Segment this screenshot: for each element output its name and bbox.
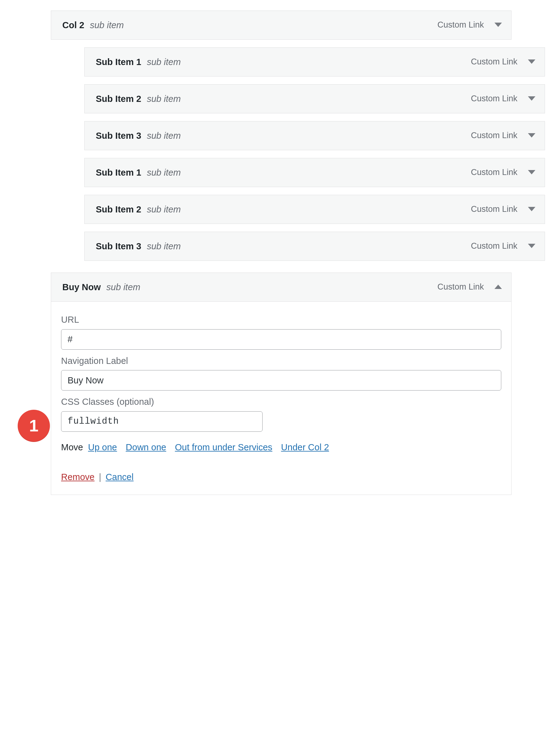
move-out-link[interactable]: Out from under Services [175,442,272,452]
svg-marker-0 [494,23,502,27]
chevron-down-icon[interactable] [528,244,535,249]
menu-item-title: Sub Item 1 [96,166,142,179]
chevron-down-icon[interactable] [528,207,535,212]
menu-item-subtitle: sub item [147,92,181,105]
url-field-label: URL [61,314,501,326]
move-row: Move Up one Down one Out from under Serv… [61,441,501,454]
menu-item-settings-panel: URL Navigation Label CSS Classes (option… [51,302,511,495]
menu-item-expanded-wrap: Buy Now sub item Custom Link URL Navigat… [51,273,511,495]
css-classes-field-block: CSS Classes (optional) 1 [61,396,501,432]
svg-marker-3 [528,133,535,137]
menu-item-subtitle: sub item [147,166,181,179]
menu-item-type: Custom Link [437,281,484,293]
menu-item-type: Custom Link [471,130,517,141]
menu-item-right: Custom Link [471,56,535,68]
menu-item-right: Custom Link [471,130,535,141]
menu-item-subtitle: sub item [106,281,141,294]
remove-link[interactable]: Remove [61,472,95,482]
svg-marker-1 [528,59,535,64]
chevron-down-icon[interactable] [528,133,535,138]
chevron-up-icon[interactable] [494,285,502,290]
menu-item-right: Custom Link [437,281,502,293]
menu-item-title: Sub Item 1 [96,56,142,69]
menu-item-type: Custom Link [471,240,517,252]
menu-item-sub-2[interactable]: Sub Item 2 sub item Custom Link [84,84,545,113]
menu-item-buy-now[interactable]: Buy Now sub item Custom Link [51,273,511,302]
menu-item-subtitle: sub item [147,240,181,253]
menu-item-left: Buy Now sub item [62,281,141,294]
chevron-down-icon[interactable] [528,96,535,101]
menu-item-title: Buy Now [62,281,101,294]
menu-item-subtitle: sub item [147,56,181,69]
menu-item-left: Sub Item 3 sub item [96,130,181,142]
menu-item-subtitle: sub item [147,203,181,216]
menu-item-title: Sub Item 2 [96,92,142,105]
svg-marker-5 [528,207,535,211]
menu-item-left: Sub Item 2 sub item [96,92,181,105]
css-classes-field-label: CSS Classes (optional) [61,396,501,408]
chevron-down-icon[interactable] [494,23,502,28]
menu-item-right: Custom Link [471,240,535,252]
nav-label-field-label: Navigation Label [61,355,501,367]
cancel-link[interactable]: Cancel [106,472,134,482]
menu-item-right: Custom Link [471,204,535,215]
navigation-label-input[interactable] [61,370,501,390]
menu-item-type: Custom Link [471,93,517,105]
menu-items-list: Col 2 sub item Custom Link Sub Item 1 su… [51,10,545,495]
menu-item-sub-4[interactable]: Sub Item 1 sub item Custom Link [84,158,545,187]
menu-item-left: Sub Item 1 sub item [96,56,181,69]
actions-separator: | [99,472,101,482]
menu-item-title: Sub Item 3 [96,130,142,142]
menu-item-left: Sub Item 1 sub item [96,166,181,179]
css-classes-input[interactable] [61,411,262,432]
menu-item-title: Col 2 [62,19,84,32]
menu-item-sub-1[interactable]: Sub Item 1 sub item Custom Link [84,47,545,77]
svg-marker-7 [494,285,502,289]
menu-item-right: Custom Link [471,167,535,179]
url-input[interactable] [61,329,501,350]
menu-item-type: Custom Link [471,56,517,68]
move-under-link[interactable]: Under Col 2 [281,442,329,452]
actions-row: Remove | Cancel [61,471,501,483]
move-down-link[interactable]: Down one [126,442,167,452]
chevron-down-icon[interactable] [528,59,535,64]
annotation-badge-1: 1 [18,410,50,442]
menu-item-sub-3[interactable]: Sub Item 3 sub item Custom Link [84,121,545,150]
menu-item-left: Sub Item 3 sub item [96,240,181,253]
menu-item-type: Custom Link [471,204,517,215]
menu-item-sub-6[interactable]: Sub Item 3 sub item Custom Link [84,232,545,261]
annotation-number: 1 [29,414,39,438]
svg-marker-6 [528,244,535,248]
menu-item-left: Sub Item 2 sub item [96,203,181,216]
chevron-down-icon[interactable] [528,170,535,175]
menu-item-type: Custom Link [471,167,517,179]
svg-marker-2 [528,96,535,101]
move-up-link[interactable]: Up one [88,442,117,452]
menu-item-title: Sub Item 2 [96,203,142,216]
move-label: Move [61,442,83,452]
url-field-block: URL [61,314,501,350]
menu-item-right: Custom Link [437,19,502,31]
menu-item-type: Custom Link [437,19,484,31]
svg-marker-4 [528,170,535,174]
menu-item-subtitle: sub item [147,130,181,142]
nav-label-field-block: Navigation Label [61,355,501,391]
menu-item-right: Custom Link [471,93,535,105]
menu-item-sub-5[interactable]: Sub Item 2 sub item Custom Link [84,195,545,224]
menu-item-title: Sub Item 3 [96,240,142,253]
menu-item-col-2[interactable]: Col 2 sub item Custom Link [51,10,511,39]
menu-item-left: Col 2 sub item [62,19,124,32]
menu-item-subtitle: sub item [90,19,124,32]
